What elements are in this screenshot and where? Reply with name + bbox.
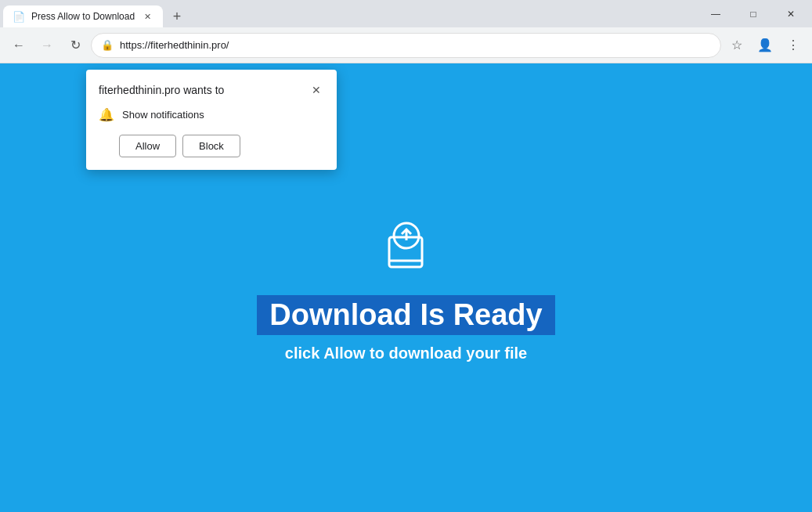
popup-notification-row: 🔔 Show notifications (99, 107, 324, 122)
popup-header: fiterhedthinin.pro wants to ✕ (99, 82, 324, 98)
browser-window: 📄 Press Allow to Download ✕ + — □ ✕ ← → … (0, 0, 812, 512)
notification-popup: fiterhedthinin.pro wants to ✕ 🔔 Show not… (86, 70, 337, 170)
tab-title: Press Allow to Download (31, 11, 135, 22)
tab-close-button[interactable]: ✕ (141, 10, 153, 23)
tabs-area: 📄 Press Allow to Download ✕ + (3, 0, 698, 27)
reload-button[interactable]: ↻ (63, 33, 88, 58)
url-text: https://fiterhedthinin.pro/ (120, 39, 711, 51)
tab-favicon: 📄 (13, 11, 25, 23)
popup-buttons: Allow Block (99, 135, 324, 157)
active-tab[interactable]: 📄 Press Allow to Download ✕ (3, 5, 163, 27)
bell-icon: 🔔 (99, 107, 114, 122)
close-button[interactable]: ✕ (773, 0, 809, 27)
navigation-bar: ← → ↻ 🔒 https://fiterhedthinin.pro/ ☆ 👤 … (0, 27, 812, 63)
window-controls: — □ ✕ (698, 0, 809, 27)
popup-close-button[interactable]: ✕ (309, 82, 324, 98)
lock-icon: 🔒 (101, 39, 114, 51)
popup-title: fiterhedthinin.pro wants to (99, 84, 224, 96)
forward-button[interactable]: → (34, 33, 60, 58)
back-button[interactable]: ← (6, 33, 31, 58)
address-bar[interactable]: 🔒 https://fiterhedthinin.pro/ (91, 33, 721, 58)
download-svg-icon (375, 214, 438, 276)
maximize-button[interactable]: □ (735, 0, 771, 27)
star-button[interactable]: ☆ (724, 33, 749, 58)
account-button[interactable]: 👤 (752, 33, 778, 58)
page-subheading: click Allow to download your file (285, 344, 527, 362)
download-icon-container (375, 214, 438, 279)
allow-button[interactable]: Allow (119, 135, 176, 157)
minimize-button[interactable]: — (698, 0, 734, 27)
title-bar: 📄 Press Allow to Download ✕ + — □ ✕ (0, 0, 812, 27)
nav-actions: ☆ 👤 ⋮ (724, 33, 806, 58)
new-tab-button[interactable]: + (166, 5, 188, 27)
page-heading: Download Is Ready (257, 295, 554, 335)
block-button[interactable]: Block (182, 135, 240, 157)
notification-label: Show notifications (122, 109, 204, 121)
menu-button[interactable]: ⋮ (781, 33, 806, 58)
webpage-content: fiterhedthinin.pro wants to ✕ 🔔 Show not… (0, 63, 812, 512)
